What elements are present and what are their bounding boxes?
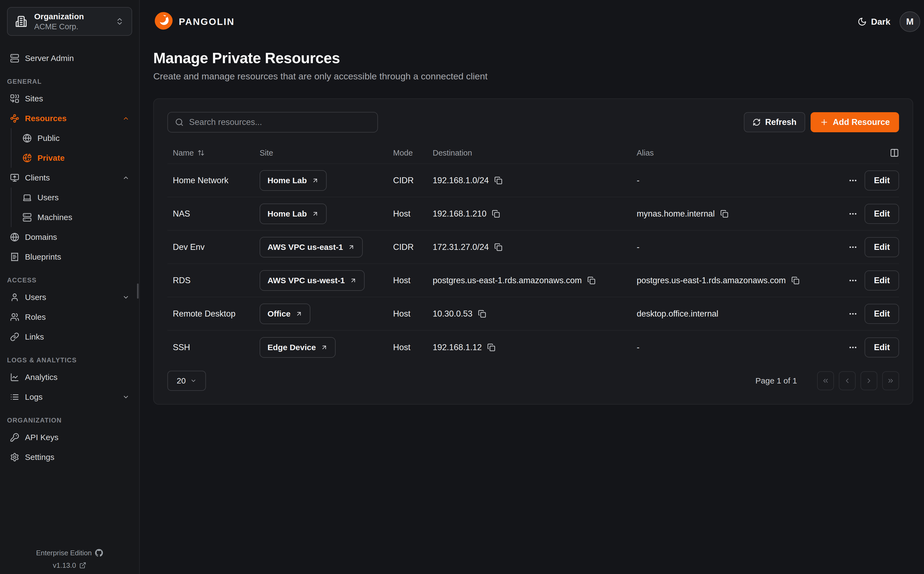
nav-section-organization: ORGANIZATION	[7, 413, 132, 427]
avatar[interactable]: M	[900, 11, 920, 32]
edit-button[interactable]: Edit	[865, 270, 899, 290]
row-menu-button[interactable]	[848, 209, 858, 218]
github-icon[interactable]	[95, 549, 103, 557]
arrow-up-right-icon	[321, 344, 328, 351]
row-menu-button[interactable]	[848, 176, 858, 185]
sidebar-item-clients[interactable]: Clients	[7, 168, 132, 188]
combine-icon	[10, 94, 19, 103]
sidebar-item-sites[interactable]: Sites	[7, 88, 132, 109]
org-selector-label: Organization	[34, 11, 108, 22]
page-size-value: 20	[177, 376, 185, 385]
prev-page-button[interactable]	[839, 371, 856, 390]
search-icon	[175, 118, 184, 126]
sidebar-item-public[interactable]: Public	[7, 128, 132, 148]
sidebar-item-resources[interactable]: Resources	[7, 109, 132, 128]
sidebar-item-domains[interactable]: Domains	[7, 227, 132, 247]
destination-value: 172.31.27.0/24	[433, 242, 489, 252]
site-link[interactable]: Home Lab	[259, 170, 327, 191]
copy-alias-button[interactable]	[720, 210, 728, 218]
sidebar-item-server-admin[interactable]: Server Admin	[7, 48, 132, 68]
first-page-button[interactable]	[817, 371, 834, 390]
sidebar-item-analytics[interactable]: Analytics	[7, 367, 132, 387]
edit-button[interactable]: Edit	[865, 337, 899, 358]
sidebar-item-users[interactable]: Users	[7, 287, 132, 307]
site-link[interactable]: AWS VPC us-east-1	[259, 237, 363, 257]
edit-button[interactable]: Edit	[865, 304, 899, 324]
site-link[interactable]: Edge Device	[259, 337, 335, 358]
mode-value: Host	[393, 209, 433, 219]
site-name: Office	[267, 309, 291, 319]
mode-value: Host	[393, 309, 433, 319]
site-link[interactable]: Home Lab	[259, 203, 327, 224]
sidebar-item-label: Analytics	[25, 373, 57, 382]
arrow-up-right-icon	[296, 310, 302, 317]
table-header: NameSiteModeDestinationAlias	[168, 142, 899, 164]
edit-button[interactable]: Edit	[865, 204, 899, 224]
moon-icon	[858, 17, 867, 26]
sidebar: Organization ACME Corp. Server AdminGENE…	[0, 0, 140, 574]
sidebar-item-settings[interactable]: Settings	[7, 447, 132, 467]
next-page-button[interactable]	[861, 371, 877, 390]
column-header-alias: Alias	[637, 148, 839, 158]
pagination: 20 Page 1 of 1	[168, 371, 899, 391]
sidebar-item-logs[interactable]: Logs	[7, 387, 132, 407]
nav-section-access: ACCESS	[7, 273, 132, 287]
row-menu-button[interactable]	[848, 243, 858, 252]
copy-destination-button[interactable]	[478, 310, 486, 318]
theme-toggle[interactable]: Dark	[858, 17, 890, 27]
org-selector[interactable]: Organization ACME Corp.	[7, 7, 132, 36]
search-input[interactable]	[189, 117, 370, 127]
columns-toggle-icon[interactable]	[890, 148, 899, 158]
add-resource-button[interactable]: Add Resource	[811, 112, 899, 132]
copy-destination-button[interactable]	[494, 177, 502, 184]
plus-icon	[820, 118, 829, 126]
copy-destination-button[interactable]	[494, 243, 502, 251]
copy-destination-button[interactable]	[492, 210, 500, 218]
chevron-right-icon	[865, 377, 873, 385]
version-label: v1.13.0	[53, 559, 76, 571]
sidebar-item-machines[interactable]: Machines	[7, 207, 132, 227]
sidebar-item-roles[interactable]: Roles	[7, 307, 132, 327]
row-menu-button[interactable]	[848, 309, 858, 319]
sidebar-item-private[interactable]: Private	[7, 148, 132, 168]
alias-value: -	[637, 242, 639, 252]
last-page-button[interactable]	[882, 371, 899, 390]
mode-value: CIDR	[393, 176, 433, 185]
brand-name: PANGOLIN	[179, 16, 235, 27]
gear-icon	[10, 453, 19, 462]
refresh-label: Refresh	[765, 117, 796, 127]
copy-destination-button[interactable]	[487, 343, 495, 352]
alias-value: postgres.us-east-1.rds.amazonaws.com	[637, 276, 786, 285]
resource-name: NAS	[168, 209, 259, 219]
table-row: Dev EnvAWS VPC us-east-1CIDR172.31.27.0/…	[168, 231, 899, 264]
app-root: Organization ACME Corp. Server AdminGENE…	[0, 0, 924, 574]
sidebar-item-users[interactable]: Users	[7, 188, 132, 207]
site-link[interactable]: Office	[259, 304, 310, 324]
row-menu-button[interactable]	[848, 343, 858, 352]
edit-button[interactable]: Edit	[865, 237, 899, 257]
refresh-button[interactable]: Refresh	[744, 112, 805, 132]
site-link[interactable]: AWS VPC us-west-1	[259, 270, 365, 291]
resource-name: Home Network	[168, 176, 259, 185]
version-line[interactable]: v1.13.0	[0, 559, 139, 571]
edit-button[interactable]: Edit	[865, 170, 899, 191]
sidebar-scrollbar-thumb[interactable]	[137, 284, 139, 299]
destination-value: 10.30.0.53	[433, 309, 473, 319]
sort-icon[interactable]	[198, 149, 204, 156]
sidebar-item-links[interactable]: Links	[7, 327, 132, 347]
row-menu-button[interactable]	[848, 276, 858, 285]
topbar: PANGOLIN Dark M	[153, 11, 913, 33]
sidebar-item-label: Roles	[25, 312, 46, 322]
page-size-select[interactable]: 20	[168, 371, 206, 391]
copy-alias-button[interactable]	[791, 276, 799, 285]
copy-destination-button[interactable]	[587, 276, 595, 285]
sidebar-item-api-keys[interactable]: API Keys	[7, 427, 132, 447]
chevron-up-icon	[122, 115, 130, 122]
topbar-right: Dark M	[858, 11, 920, 32]
column-header-mode: Mode	[393, 148, 433, 158]
receipt-icon	[10, 252, 19, 262]
page-subtitle: Create and manage resources that are onl…	[153, 71, 913, 82]
sidebar-item-blueprints[interactable]: Blueprints	[7, 247, 132, 266]
chevrons-left-icon	[822, 377, 829, 385]
table-row: SSHEdge DeviceHost192.168.1.12-Edit	[168, 331, 899, 364]
